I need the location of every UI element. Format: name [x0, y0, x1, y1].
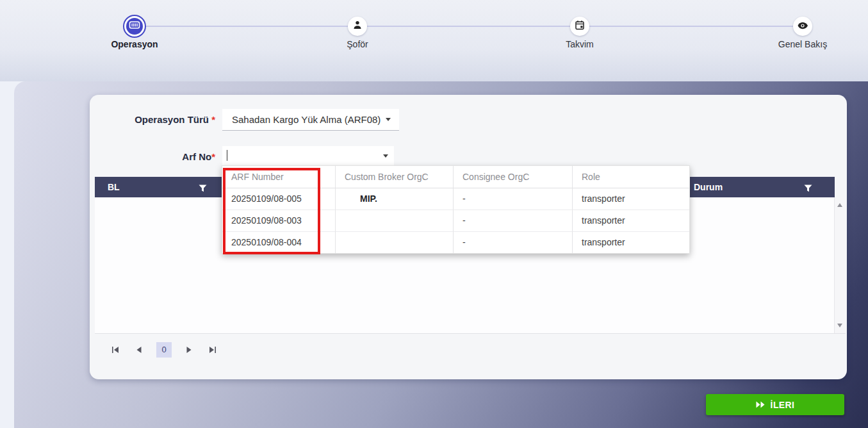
consignee-cell[interactable]: -	[454, 188, 573, 210]
stepper-connector-line	[135, 26, 803, 27]
step-operasyon-label: Operasyon	[111, 39, 158, 49]
arf-no-label: Arf No*	[90, 151, 215, 162]
operation-type-select[interactable]: Sahadan Kargo Yük Alma (ARF08)	[222, 109, 399, 131]
calendar-icon	[575, 20, 585, 33]
arf-number-cell[interactable]: 20250109/08-004	[222, 231, 336, 253]
column-header-durum: Durum	[694, 177, 723, 197]
dd-col-consignee: Consignee OrgC	[454, 166, 573, 188]
arf-number-cell[interactable]: 20250109/08-003	[222, 210, 336, 231]
step-sofor-circle[interactable]	[348, 17, 367, 36]
role-cell[interactable]: transporter	[573, 188, 689, 210]
first-page-button[interactable]	[109, 343, 122, 356]
custom-broker-cell[interactable]	[336, 231, 454, 253]
step-takvim-label: Takvim	[566, 39, 594, 49]
filter-icon[interactable]	[199, 183, 207, 195]
step-genel-bakis-label: Genel Bakış	[778, 39, 827, 49]
step-operasyon-circle[interactable]	[123, 15, 146, 38]
arf-number-cell[interactable]: 20250109/08-005	[222, 188, 336, 210]
last-page-button[interactable]	[206, 343, 219, 356]
chevron-down-icon	[386, 118, 391, 121]
current-page-indicator[interactable]: 0	[156, 342, 172, 358]
ileri-next-button[interactable]: İLERI	[706, 394, 844, 415]
scroll-up-icon[interactable]	[837, 203, 842, 207]
ileri-button-label: İLERI	[771, 400, 795, 410]
pagination-bar: 0	[95, 333, 846, 365]
next-page-button[interactable]	[183, 343, 195, 356]
operation-type-value: Sahadan Kargo Yük Alma (ARF08)	[232, 109, 381, 130]
dd-col-arf-number: ARF Number	[222, 166, 336, 188]
arf-option-row[interactable]: 20250109/08-003 - transporter	[222, 210, 689, 231]
text-cursor	[227, 150, 227, 161]
arf-no-dropdown-panel: ARF Number Custom Broker OrgC Consignee …	[222, 165, 690, 254]
role-cell[interactable]: transporter	[573, 210, 689, 231]
custom-broker-cell[interactable]: MIP.	[336, 188, 454, 210]
dd-col-role: Role	[573, 166, 689, 188]
driver-icon	[352, 20, 363, 33]
eye-icon	[798, 21, 808, 32]
custom-broker-cell[interactable]	[336, 210, 454, 231]
container-icon	[129, 21, 140, 32]
role-cell[interactable]: transporter	[573, 231, 689, 253]
required-asterisk: *	[211, 151, 215, 162]
consignee-cell[interactable]: -	[454, 210, 573, 231]
arf-option-row[interactable]: 20250109/08-005 MIP. - transporter	[222, 188, 689, 210]
arf-no-input[interactable]	[222, 146, 394, 167]
stepper-bar: Operasyon Şoför T	[0, 0, 868, 81]
chevron-down-icon[interactable]	[383, 154, 388, 158]
fast-forward-icon	[756, 400, 766, 410]
scroll-down-icon[interactable]	[837, 324, 842, 327]
prev-page-button[interactable]	[133, 343, 145, 356]
required-asterisk: *	[211, 114, 215, 125]
filter-icon[interactable]	[804, 183, 812, 195]
step-sofor-label: Şoför	[347, 39, 368, 49]
arf-dropdown-header-row: ARF Number Custom Broker OrgC Consignee …	[222, 166, 689, 188]
dd-col-custom-broker: Custom Broker OrgC	[336, 166, 454, 188]
step-takvim-circle[interactable]	[570, 17, 589, 36]
vertical-scrollbar[interactable]	[834, 197, 846, 333]
operation-type-label: Operasyon Türü *	[90, 114, 215, 125]
column-header-bl: BL	[108, 177, 120, 197]
arf-option-row[interactable]: 20250109/08-004 - transporter	[222, 231, 689, 253]
consignee-cell[interactable]: -	[454, 231, 573, 253]
step-genel-bakis-circle[interactable]	[793, 17, 812, 36]
